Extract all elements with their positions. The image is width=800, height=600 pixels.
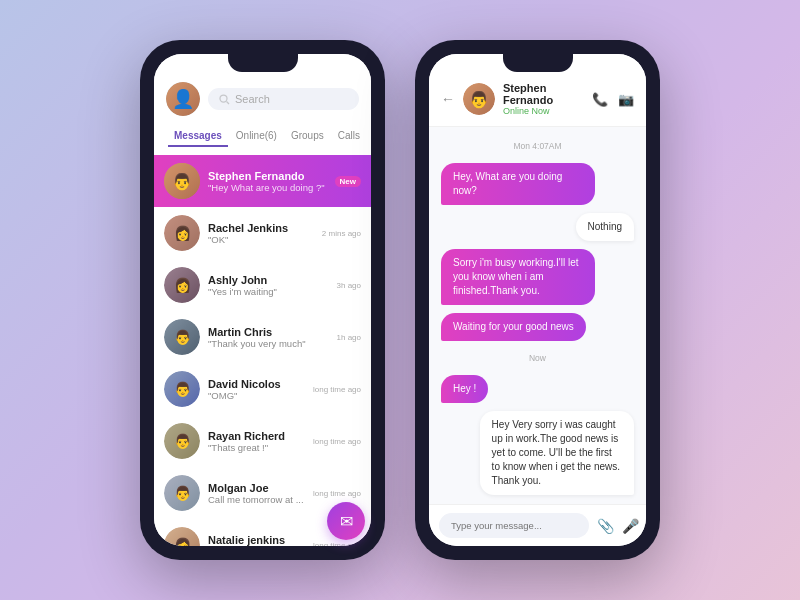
tab-calls[interactable]: Calls	[332, 126, 366, 147]
message-preview: "Thats great !"	[208, 442, 305, 453]
msg-meta: long time ago	[313, 437, 361, 446]
message-preview: "OMG"	[208, 390, 305, 401]
chat-contact-info: Stephen Fernando Online Now	[503, 82, 584, 116]
msg-content: Ashly John "Yes i'm waiting"	[208, 274, 329, 297]
right-phone-screen: ← 👨 Stephen Fernando Online Now 📞 📷 Mon …	[429, 54, 646, 546]
msg-meta: long time ago	[313, 385, 361, 394]
message-preview: "OK"	[208, 234, 314, 245]
new-badge: New	[335, 176, 361, 187]
chat-input-bar: 📎 🎤	[429, 504, 646, 546]
search-icon	[218, 93, 230, 105]
message-time: long time ago	[313, 437, 361, 446]
msg-meta: New	[335, 176, 361, 187]
chat-bubble-sent: Waiting for your good news	[441, 313, 586, 341]
contact-name: Martin Chris	[208, 326, 329, 338]
chat-bubble-sent: Sorry i'm busy working.I'll let you know…	[441, 249, 595, 305]
video-icon[interactable]: 📷	[618, 92, 634, 107]
chat-bubble-received: Nothing	[576, 213, 634, 241]
nav-tabs: Messages Online(6) Groups Calls	[166, 126, 359, 147]
msg-meta: 2 mins ago	[322, 229, 361, 238]
search-placeholder: Search	[235, 93, 270, 105]
message-preview: "Thank you very much"	[208, 338, 329, 349]
list-item[interactable]: 👨 Stephen Fernando "Hey What are you doi…	[154, 155, 371, 207]
contact-name: Rachel Jenkins	[208, 222, 314, 234]
message-time: long time ago	[313, 385, 361, 394]
list-item[interactable]: 👩 Ashly John "Yes i'm waiting" 3h ago	[154, 259, 371, 311]
msg-content: Stephen Fernando "Hey What are you doing…	[208, 170, 327, 193]
chat-bubble-received: Hey Very sorry i was caught up in work.T…	[480, 411, 634, 495]
back-button[interactable]: ←	[441, 91, 455, 107]
contact-avatar: 👨	[463, 83, 495, 115]
contact-name: Molgan Joe	[208, 482, 305, 494]
tab-groups[interactable]: Groups	[285, 126, 330, 147]
message-input[interactable]	[439, 513, 589, 538]
chat-messages: Mon 4:07AM Hey, What are you doing now? …	[429, 127, 646, 504]
avatar: 👨	[164, 163, 200, 199]
avatar: 👨	[164, 319, 200, 355]
msg-content: Martin Chris "Thank you very much"	[208, 326, 329, 349]
avatar: 👨	[164, 423, 200, 459]
message-preview: "Hey What are you doing ?"	[208, 182, 327, 193]
microphone-icon[interactable]: 🎤	[622, 518, 639, 534]
contact-status: Online Now	[503, 106, 584, 116]
message-time: long time ago	[313, 541, 361, 547]
avatar: 👩	[164, 527, 200, 546]
message-time: 3h ago	[337, 281, 361, 290]
msg-meta: long time ago	[313, 541, 361, 547]
timestamp-2: Now	[441, 353, 634, 363]
tab-online[interactable]: Online(6)	[230, 126, 283, 147]
list-item[interactable]: 👨 Martin Chris "Thank you very much" 1h …	[154, 311, 371, 363]
msg-content: Molgan Joe Call me tomorrow at ...	[208, 482, 305, 505]
msg-meta: 1h ago	[337, 333, 361, 342]
svg-line-1	[227, 102, 230, 105]
contact-name: Rayan Richerd	[208, 430, 305, 442]
chat-bubble-sent: Hey, What are you doing now?	[441, 163, 595, 205]
msg-meta: long time ago	[313, 489, 361, 498]
right-phone: ← 👨 Stephen Fernando Online Now 📞 📷 Mon …	[415, 40, 660, 560]
msg-content: David Nicolos "OMG"	[208, 378, 305, 401]
svg-point-0	[220, 95, 227, 102]
chat-actions: 📞 📷	[592, 92, 634, 107]
msg-content: Rayan Richerd "Thats great !"	[208, 430, 305, 453]
list-item[interactable]: 👩 Rachel Jenkins "OK" 2 mins ago	[154, 207, 371, 259]
phone-notch	[503, 54, 573, 72]
phone-icon[interactable]: 📞	[592, 92, 608, 107]
message-preview: Call me tomorrow at ...	[208, 494, 305, 505]
msg-content: Rachel Jenkins "OK"	[208, 222, 314, 245]
timestamp-1: Mon 4:07AM	[441, 141, 634, 151]
compose-icon: ✉	[340, 512, 353, 531]
msg-meta: 3h ago	[337, 281, 361, 290]
message-list: 👨 Stephen Fernando "Hey What are you doi…	[154, 155, 371, 546]
contact-name: Ashly John	[208, 274, 329, 286]
contact-name: David Nicolos	[208, 378, 305, 390]
attachment-icon[interactable]: 📎	[597, 518, 614, 534]
message-preview: "Yes i'm waiting"	[208, 286, 329, 297]
msg-content: Natalie jenkins "Call me"	[208, 534, 305, 547]
list-item[interactable]: 👨 David Nicolos "OMG" long time ago	[154, 363, 371, 415]
message-time: long time ago	[313, 489, 361, 498]
avatar: 👨	[164, 475, 200, 511]
user-avatar: 👤	[166, 82, 200, 116]
search-bar[interactable]: Search	[208, 88, 359, 110]
contact-name: Stephen Fernando	[503, 82, 584, 106]
contact-name: Natalie jenkins	[208, 534, 305, 546]
compose-button[interactable]: ✉	[327, 502, 365, 540]
chat-bubble-sent: Hey !	[441, 375, 488, 403]
left-phone-screen: 👤 Search Messages Online(6) Groups Calls	[154, 54, 371, 546]
phone-notch	[228, 54, 298, 72]
avatar: 👩	[164, 215, 200, 251]
avatar: 👨	[164, 371, 200, 407]
avatar: 👩	[164, 267, 200, 303]
list-item[interactable]: 👨 Rayan Richerd "Thats great !" long tim…	[154, 415, 371, 467]
message-preview: "Call me"	[208, 546, 305, 547]
left-phone: 👤 Search Messages Online(6) Groups Calls	[140, 40, 385, 560]
tab-messages[interactable]: Messages	[168, 126, 228, 147]
contact-name: Stephen Fernando	[208, 170, 327, 182]
message-time: 1h ago	[337, 333, 361, 342]
message-time: 2 mins ago	[322, 229, 361, 238]
